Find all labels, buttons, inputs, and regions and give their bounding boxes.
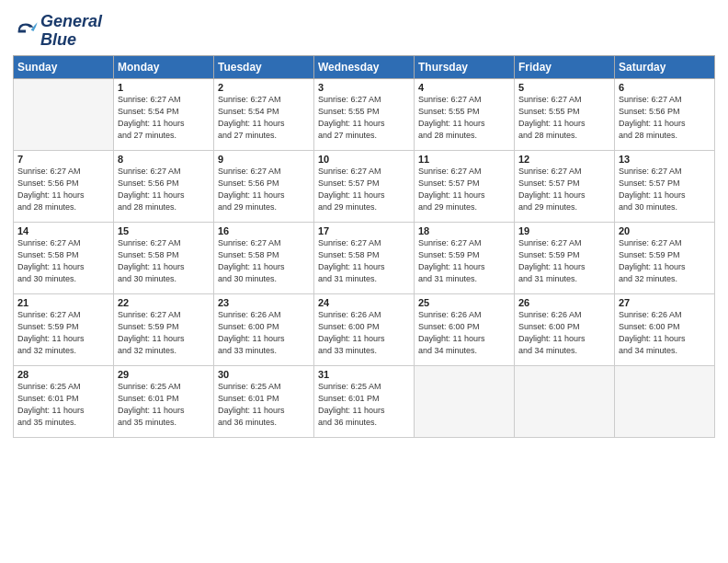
day-number: 2 xyxy=(218,82,310,93)
header: GeneralBlue xyxy=(13,9,715,50)
day-detail: Sunrise: 6:26 AM Sunset: 6:00 PM Dayligh… xyxy=(218,309,310,357)
day-detail: Sunrise: 6:27 AM Sunset: 5:56 PM Dayligh… xyxy=(118,166,210,213)
day-detail: Sunrise: 6:27 AM Sunset: 5:59 PM Dayligh… xyxy=(518,237,610,285)
day-detail: Sunrise: 6:27 AM Sunset: 5:55 PM Dayligh… xyxy=(418,94,510,142)
logo: GeneralBlue xyxy=(13,13,102,50)
day-number: 5 xyxy=(518,82,610,93)
day-detail: Sunrise: 6:27 AM Sunset: 5:54 PM Dayligh… xyxy=(118,94,210,142)
day-number: 13 xyxy=(619,154,711,165)
day-number: 6 xyxy=(619,82,711,93)
day-detail: Sunrise: 6:27 AM Sunset: 5:57 PM Dayligh… xyxy=(318,166,410,213)
day-detail: Sunrise: 6:27 AM Sunset: 5:55 PM Dayligh… xyxy=(318,94,410,142)
day-number: 19 xyxy=(518,225,610,236)
calendar-cell: 8Sunrise: 6:27 AM Sunset: 5:56 PM Daylig… xyxy=(114,150,214,222)
calendar-cell: 21Sunrise: 6:27 AM Sunset: 5:59 PM Dayli… xyxy=(14,293,114,365)
day-number: 12 xyxy=(518,154,610,165)
day-detail: Sunrise: 6:27 AM Sunset: 5:56 PM Dayligh… xyxy=(17,166,109,213)
day-detail: Sunrise: 6:27 AM Sunset: 5:56 PM Dayligh… xyxy=(218,166,310,213)
day-number: 9 xyxy=(218,154,310,165)
day-detail: Sunrise: 6:27 AM Sunset: 5:59 PM Dayligh… xyxy=(118,309,210,357)
day-detail: Sunrise: 6:27 AM Sunset: 5:58 PM Dayligh… xyxy=(17,237,109,285)
day-number: 16 xyxy=(218,225,310,236)
calendar-cell: 27Sunrise: 6:26 AM Sunset: 6:00 PM Dayli… xyxy=(615,293,715,365)
weekday-header-thursday: Thursday xyxy=(415,55,515,78)
day-detail: Sunrise: 6:27 AM Sunset: 5:59 PM Dayligh… xyxy=(17,309,109,357)
day-detail: Sunrise: 6:27 AM Sunset: 5:54 PM Dayligh… xyxy=(218,94,310,142)
day-detail: Sunrise: 6:27 AM Sunset: 5:58 PM Dayligh… xyxy=(318,237,410,285)
day-number: 24 xyxy=(318,297,410,308)
generalblue-logo-icon xyxy=(13,18,39,44)
day-number: 1 xyxy=(118,82,210,93)
calendar-cell xyxy=(415,365,515,437)
calendar-cell: 11Sunrise: 6:27 AM Sunset: 5:57 PM Dayli… xyxy=(415,150,515,222)
day-number: 25 xyxy=(418,297,510,308)
calendar-cell xyxy=(515,365,615,437)
calendar-cell: 12Sunrise: 6:27 AM Sunset: 5:57 PM Dayli… xyxy=(515,150,615,222)
calendar-cell: 22Sunrise: 6:27 AM Sunset: 5:59 PM Dayli… xyxy=(114,293,214,365)
day-detail: Sunrise: 6:25 AM Sunset: 6:01 PM Dayligh… xyxy=(318,381,410,429)
weekday-header-wednesday: Wednesday xyxy=(314,55,415,78)
calendar-cell: 7Sunrise: 6:27 AM Sunset: 5:56 PM Daylig… xyxy=(14,150,114,222)
calendar-cell: 29Sunrise: 6:25 AM Sunset: 6:01 PM Dayli… xyxy=(114,365,214,437)
calendar-cell: 16Sunrise: 6:27 AM Sunset: 5:58 PM Dayli… xyxy=(214,222,314,293)
calendar-cell: 15Sunrise: 6:27 AM Sunset: 5:58 PM Dayli… xyxy=(114,222,214,293)
day-detail: Sunrise: 6:26 AM Sunset: 6:00 PM Dayligh… xyxy=(619,309,711,357)
calendar-cell: 18Sunrise: 6:27 AM Sunset: 5:59 PM Dayli… xyxy=(415,222,515,293)
calendar-cell: 13Sunrise: 6:27 AM Sunset: 5:57 PM Dayli… xyxy=(615,150,715,222)
day-detail: Sunrise: 6:26 AM Sunset: 6:00 PM Dayligh… xyxy=(418,309,510,357)
calendar-week-4: 21Sunrise: 6:27 AM Sunset: 5:59 PM Dayli… xyxy=(14,293,715,365)
day-number: 22 xyxy=(118,297,210,308)
calendar-cell: 17Sunrise: 6:27 AM Sunset: 5:58 PM Dayli… xyxy=(314,222,415,293)
day-number: 8 xyxy=(118,154,210,165)
day-number: 28 xyxy=(17,369,109,380)
day-detail: Sunrise: 6:25 AM Sunset: 6:01 PM Dayligh… xyxy=(218,381,310,429)
calendar-cell: 10Sunrise: 6:27 AM Sunset: 5:57 PM Dayli… xyxy=(314,150,415,222)
day-number: 31 xyxy=(318,369,410,380)
day-detail: Sunrise: 6:27 AM Sunset: 5:56 PM Dayligh… xyxy=(619,94,711,142)
page-container: GeneralBlue SundayMondayTuesdayWednesday… xyxy=(0,0,728,447)
day-detail: Sunrise: 6:27 AM Sunset: 5:57 PM Dayligh… xyxy=(518,166,610,213)
calendar-cell: 26Sunrise: 6:26 AM Sunset: 6:00 PM Dayli… xyxy=(515,293,615,365)
day-detail: Sunrise: 6:27 AM Sunset: 5:57 PM Dayligh… xyxy=(619,166,711,213)
calendar-cell: 3Sunrise: 6:27 AM Sunset: 5:55 PM Daylig… xyxy=(314,78,415,150)
calendar-cell xyxy=(14,78,114,150)
day-number: 27 xyxy=(619,297,711,308)
calendar-cell: 2Sunrise: 6:27 AM Sunset: 5:54 PM Daylig… xyxy=(214,78,314,150)
calendar-cell: 28Sunrise: 6:25 AM Sunset: 6:01 PM Dayli… xyxy=(14,365,114,437)
day-number: 20 xyxy=(619,225,711,236)
weekday-header-sunday: Sunday xyxy=(14,55,114,78)
day-detail: Sunrise: 6:27 AM Sunset: 5:59 PM Dayligh… xyxy=(418,237,510,285)
calendar-week-1: 1Sunrise: 6:27 AM Sunset: 5:54 PM Daylig… xyxy=(14,78,715,150)
calendar-cell: 4Sunrise: 6:27 AM Sunset: 5:55 PM Daylig… xyxy=(415,78,515,150)
day-number: 11 xyxy=(418,154,510,165)
calendar-cell: 25Sunrise: 6:26 AM Sunset: 6:00 PM Dayli… xyxy=(415,293,515,365)
header-row: SundayMondayTuesdayWednesdayThursdayFrid… xyxy=(14,55,715,78)
day-number: 15 xyxy=(118,225,210,236)
day-number: 26 xyxy=(518,297,610,308)
calendar-cell: 20Sunrise: 6:27 AM Sunset: 5:59 PM Dayli… xyxy=(615,222,715,293)
day-number: 4 xyxy=(418,82,510,93)
calendar-week-5: 28Sunrise: 6:25 AM Sunset: 6:01 PM Dayli… xyxy=(14,365,715,437)
day-detail: Sunrise: 6:25 AM Sunset: 6:01 PM Dayligh… xyxy=(118,381,210,429)
day-number: 29 xyxy=(118,369,210,380)
day-number: 10 xyxy=(318,154,410,165)
calendar-cell xyxy=(615,365,715,437)
calendar-cell: 30Sunrise: 6:25 AM Sunset: 6:01 PM Dayli… xyxy=(214,365,314,437)
calendar-cell: 6Sunrise: 6:27 AM Sunset: 5:56 PM Daylig… xyxy=(615,78,715,150)
weekday-header-friday: Friday xyxy=(515,55,615,78)
calendar-cell: 5Sunrise: 6:27 AM Sunset: 5:55 PM Daylig… xyxy=(515,78,615,150)
calendar-table: SundayMondayTuesdayWednesdayThursdayFrid… xyxy=(13,55,715,438)
day-number: 21 xyxy=(17,297,109,308)
day-detail: Sunrise: 6:27 AM Sunset: 5:58 PM Dayligh… xyxy=(118,237,210,285)
weekday-header-tuesday: Tuesday xyxy=(214,55,314,78)
logo-text: GeneralBlue xyxy=(40,13,102,50)
day-detail: Sunrise: 6:25 AM Sunset: 6:01 PM Dayligh… xyxy=(17,381,109,429)
day-number: 23 xyxy=(218,297,310,308)
calendar-week-2: 7Sunrise: 6:27 AM Sunset: 5:56 PM Daylig… xyxy=(14,150,715,222)
day-detail: Sunrise: 6:26 AM Sunset: 6:00 PM Dayligh… xyxy=(318,309,410,357)
calendar-cell: 19Sunrise: 6:27 AM Sunset: 5:59 PM Dayli… xyxy=(515,222,615,293)
weekday-header-saturday: Saturday xyxy=(615,55,715,78)
day-number: 7 xyxy=(17,154,109,165)
calendar-cell: 9Sunrise: 6:27 AM Sunset: 5:56 PM Daylig… xyxy=(214,150,314,222)
day-number: 18 xyxy=(418,225,510,236)
